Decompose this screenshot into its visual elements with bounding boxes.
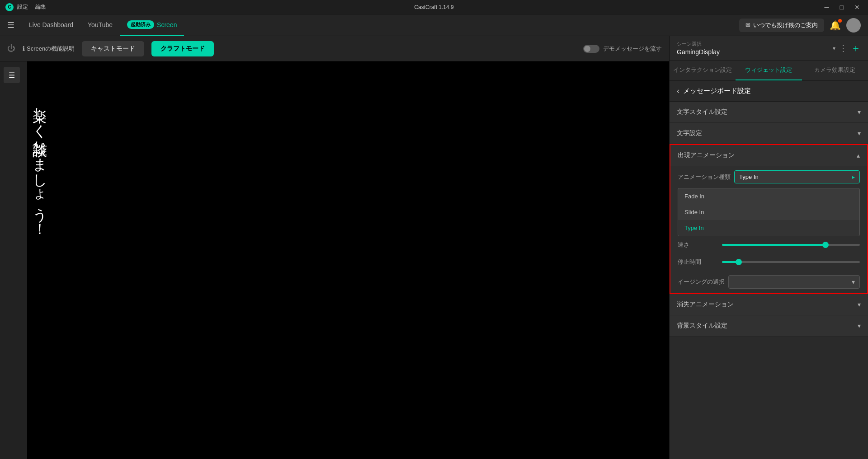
craft-mode-button[interactable]: クラフトモード	[151, 41, 214, 56]
option-slide-in[interactable]: Slide In	[678, 204, 859, 220]
canvas-text: 楽しく雑談しましょう！	[32, 98, 47, 229]
easing-chevron-down-icon: ▾	[852, 278, 855, 286]
accordion-disappear[interactable]: 消失アニメーション ▾	[670, 294, 868, 315]
info-icon: ℹ	[23, 45, 25, 52]
accordion-disappear-label: 消失アニメーション	[677, 300, 734, 309]
speed-label: 速さ	[678, 241, 718, 249]
cast-mode-button[interactable]: キャストモード	[82, 41, 144, 56]
titlebar: C 設定 編集 CastCraft 1.14.9 ─ □ ✕	[0, 0, 868, 14]
chevron-up-icon: ▴	[857, 152, 860, 159]
gift-icon: ✉	[745, 22, 750, 28]
animation-type-value: Type In	[739, 173, 759, 180]
minimize-button[interactable]: ─	[822, 4, 832, 11]
gift-button[interactable]: ✉ いつでも投げ銭のご案内	[739, 19, 824, 32]
option-fade-in[interactable]: Fade In	[678, 188, 859, 204]
accordion-font-style[interactable]: 文字スタイル設定 ▾	[670, 102, 868, 123]
option-type-in[interactable]: Type In	[678, 220, 859, 236]
animation-dropdown-menu: Fade In Slide In Type In	[678, 188, 860, 236]
appear-label: 出現アニメーション	[678, 151, 735, 159]
speed-row: 速さ	[670, 236, 867, 253]
panel-tabs: インタラクション設定 ウィジェット設定 カメラ効果設定	[670, 61, 868, 81]
section-title: メッセージボード設定	[683, 87, 751, 95]
nav-screen[interactable]: 起動済み Screen	[120, 14, 184, 36]
stop-time-label: 停止時間	[678, 258, 718, 266]
back-button[interactable]: ‹	[677, 86, 679, 96]
animation-type-label: アニメーション種類	[678, 173, 731, 181]
chevron-down-icon-4: ▾	[858, 322, 861, 329]
nav-live-dashboard[interactable]: Live Dashboard	[22, 14, 80, 36]
canvas-area: ☰ 楽しく雑談しましょう！	[0, 61, 669, 459]
accordion-font-setting-label: 文字設定	[677, 129, 702, 137]
tab-interaction[interactable]: インタラクション設定	[670, 61, 736, 80]
accordion-font-style-label: 文字スタイル設定	[677, 108, 727, 116]
speed-slider[interactable]	[722, 244, 860, 246]
menu-edit[interactable]: 編集	[35, 3, 46, 11]
stop-time-row: 停止時間	[670, 253, 867, 271]
demo-toggle: デモメッセージを流す	[583, 45, 662, 53]
accordion-bg-style[interactable]: 背景スタイル設定 ▾	[670, 315, 868, 337]
titlebar-menu: 設定 編集	[17, 3, 46, 11]
right-panel-inner: ‹ メッセージボード設定 文字スタイル設定 ▾ 文字設定 ▾ 出現アニメーション…	[670, 81, 868, 459]
scene-selector: シーン選択 GamingDisplay ▾ ⋮ ＋	[670, 36, 868, 61]
chevron-down-icon: ▾	[858, 108, 861, 116]
demo-toggle-switch[interactable]	[583, 45, 599, 53]
easing-row: イージングの選択 ▾	[670, 271, 867, 293]
speed-slider-fill	[722, 244, 826, 246]
scene-add-icon[interactable]: ＋	[851, 42, 861, 55]
right-panel: シーン選択 GamingDisplay ▾ ⋮ ＋ インタラクション設定 ウィジ…	[669, 36, 868, 459]
appear-content: アニメーション種類 Type In ▸ Fade In Slide In Typ…	[670, 166, 867, 293]
chevron-down-icon-3: ▾	[858, 301, 861, 308]
maximize-button[interactable]: □	[837, 4, 846, 11]
accordion-bg-style-label: 背景スタイル設定	[677, 322, 727, 330]
screen-badge: 起動済み	[127, 20, 154, 29]
notification-dot	[838, 19, 842, 23]
speed-slider-thumb[interactable]	[822, 242, 829, 248]
easing-dropdown[interactable]: ▾	[728, 275, 860, 289]
navbar-right: ✉ いつでも投げ銭のご案内 🔔	[739, 18, 861, 33]
notification-button[interactable]: 🔔	[830, 20, 841, 31]
main-layout: ⏻ ℹ Screenの機能説明 キャストモード クラフトモード デモメッセージを…	[0, 36, 868, 459]
scene-name: GamingDisplay	[677, 48, 720, 56]
app-title: CastCraft 1.14.9	[414, 4, 453, 10]
animation-type-dropdown[interactable]: Type In ▸	[734, 170, 860, 183]
animation-type-row: アニメーション種類 Type In ▸	[670, 166, 867, 188]
chevron-down-icon-2: ▾	[858, 130, 861, 137]
tab-camera[interactable]: カメラ効果設定	[802, 61, 868, 80]
section-header: ‹ メッセージボード設定	[670, 81, 868, 102]
canvas-hamburger-button[interactable]: ☰	[4, 67, 20, 83]
scene-more-icon[interactable]: ⋮	[839, 43, 847, 53]
navbar: ☰ Live Dashboard YouTube 起動済み Screen ✉ い…	[0, 14, 868, 36]
screen-info-button[interactable]: ℹ Screenの機能説明	[23, 45, 75, 53]
accordion-font-setting[interactable]: 文字設定 ▾	[670, 123, 868, 144]
app-logo: C	[5, 3, 14, 11]
window-controls: ─ □ ✕	[822, 4, 863, 11]
avatar[interactable]	[846, 18, 861, 33]
dropdown-arrow-icon: ▸	[852, 174, 855, 180]
appear-header[interactable]: 出現アニメーション ▴	[670, 145, 867, 166]
canvas-left-panel: ☰	[0, 61, 27, 459]
scene-label: シーン選択	[677, 41, 720, 47]
hamburger-icon[interactable]: ☰	[7, 20, 14, 30]
appear-animation-section: 出現アニメーション ▴ アニメーション種類 Type In ▸ Fade	[670, 144, 868, 294]
easing-label: イージングの選択	[678, 278, 725, 286]
toolbar: ⏻ ℹ Screenの機能説明 キャストモード クラフトモード デモメッセージを…	[0, 36, 669, 61]
scene-info: シーン選択 GamingDisplay	[677, 41, 720, 56]
nav-youtube[interactable]: YouTube	[80, 14, 120, 36]
scene-chevron-down-icon[interactable]: ▾	[833, 45, 835, 52]
titlebar-left: C 設定 編集	[5, 3, 46, 11]
power-button[interactable]: ⏻	[7, 44, 15, 53]
content-area: ⏻ ℹ Screenの機能説明 キャストモード クラフトモード デモメッセージを…	[0, 36, 669, 459]
stop-slider-thumb[interactable]	[736, 259, 742, 265]
stop-slider[interactable]	[722, 261, 860, 263]
canvas-black: 楽しく雑談しましょう！	[27, 61, 669, 459]
menu-settings[interactable]: 設定	[17, 3, 28, 11]
scene-controls: ▾ ⋮ ＋	[833, 42, 861, 55]
close-button[interactable]: ✕	[852, 4, 863, 11]
tab-widget[interactable]: ウィジェット設定	[736, 61, 802, 80]
